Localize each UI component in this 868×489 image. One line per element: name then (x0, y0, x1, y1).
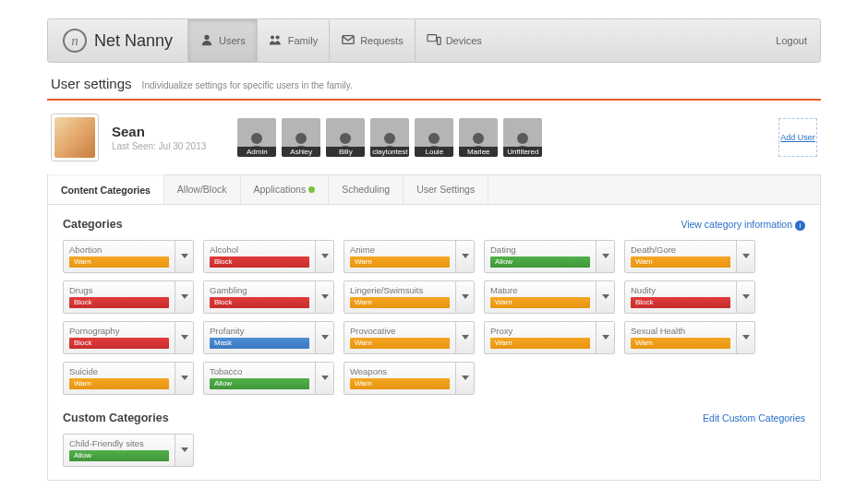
category-dropdown[interactable] (175, 363, 193, 394)
category-card: ProxyWarn (484, 321, 615, 354)
category-dropdown[interactable] (455, 322, 474, 353)
custom-header: Custom Categories Edit Custom Categories (63, 411, 805, 424)
user-thumb[interactable]: Marlee (459, 118, 498, 157)
category-card: TobaccoAllow (203, 362, 334, 395)
category-status: Block (631, 297, 730, 308)
category-dropdown[interactable] (315, 241, 333, 272)
brand-logo: n Net Nanny (48, 19, 187, 62)
user-thumb[interactable]: Louie (415, 118, 453, 157)
user-icon (199, 33, 214, 48)
user-thumb-label: Unfiltered (503, 147, 542, 157)
category-status: Block (69, 338, 169, 349)
tab-allow-block[interactable]: Allow/Block (164, 175, 241, 204)
category-dropdown[interactable] (315, 322, 333, 353)
category-dropdown[interactable] (596, 281, 614, 313)
category-label: Sexual Health (631, 326, 730, 336)
svg-point-2 (275, 36, 279, 40)
user-thumb[interactable]: claytontest (370, 118, 409, 157)
current-user-avatar[interactable] (51, 113, 99, 161)
tab-user-settings[interactable]: User Settings (404, 175, 488, 204)
chevron-down-icon (181, 447, 188, 453)
category-dropdown[interactable] (455, 281, 474, 313)
page-title: User settings (51, 76, 132, 91)
category-status: Warn (350, 256, 450, 268)
svg-rect-3 (343, 36, 354, 44)
chevron-down-icon (742, 335, 750, 340)
nav-devices[interactable]: Devices (415, 19, 493, 62)
category-card: Lingerie/SwimsuitsWarn (344, 280, 475, 314)
nav-requests[interactable]: Requests (329, 19, 414, 62)
profile-row: Sean Last Seen: Jul 30 2013 AdminAshleyB… (47, 101, 821, 174)
category-card: ProvocativeWarn (344, 321, 475, 354)
chevron-down-icon (321, 254, 329, 259)
category-label: Abortion (69, 244, 169, 255)
category-card: ProfanityMask (203, 321, 334, 354)
category-label: Drugs (69, 285, 169, 295)
chevron-down-icon (321, 294, 329, 300)
chevron-down-icon (462, 376, 469, 381)
user-strip: AdminAshleyBillyclaytontestLouieMarleeUn… (237, 118, 542, 157)
logo-icon: n (63, 29, 87, 53)
svg-point-7 (295, 133, 307, 144)
category-dropdown[interactable] (175, 281, 193, 313)
category-label: Tobacco (210, 366, 309, 376)
category-dropdown[interactable] (175, 322, 193, 353)
category-status: Warn (350, 338, 450, 349)
page-subtitle: Individualize settings for specific user… (142, 80, 353, 90)
nav-family[interactable]: Family (257, 19, 329, 62)
main-nav: UsersFamilyRequestsDevices (187, 19, 493, 62)
category-dropdown[interactable] (455, 241, 474, 272)
edit-custom-link[interactable]: Edit Custom Categories (703, 412, 805, 423)
tab-content-categories[interactable]: Content Categories (48, 174, 164, 204)
category-status: Warn (69, 378, 169, 389)
category-status: Warn (69, 256, 169, 268)
category-dropdown[interactable] (175, 241, 193, 272)
svg-point-12 (517, 133, 528, 144)
nav-users[interactable]: Users (187, 19, 257, 62)
category-label: Alcohol (210, 244, 309, 255)
category-status: Allow (490, 256, 590, 268)
user-thumb[interactable]: Ashley (282, 118, 320, 157)
category-info-link[interactable]: View category informationi (681, 219, 805, 231)
user-thumb-label: Marlee (459, 147, 498, 157)
chevron-down-icon (602, 294, 609, 300)
category-card: PornographyBlock (63, 321, 194, 354)
add-user-button[interactable]: Add User (778, 118, 817, 157)
logout-link[interactable]: Logout (763, 19, 820, 62)
svg-rect-4 (428, 35, 437, 42)
category-card: AnimeWarn (344, 240, 475, 273)
category-label: Suicide (69, 366, 169, 376)
category-status: Block (210, 256, 309, 268)
category-label: Profanity (210, 326, 309, 336)
chevron-down-icon (181, 254, 188, 259)
tab-applications[interactable]: Applications (241, 175, 330, 204)
user-thumb[interactable]: Billy (326, 118, 365, 157)
category-dropdown[interactable] (736, 281, 754, 313)
chevron-down-icon (742, 294, 750, 300)
category-dropdown[interactable] (596, 241, 614, 272)
category-dropdown[interactable] (596, 322, 614, 353)
category-dropdown[interactable] (736, 241, 754, 272)
category-status: Block (210, 297, 309, 308)
tab-bar: Content CategoriesAllow/BlockApplication… (47, 174, 821, 204)
chevron-down-icon (602, 335, 609, 340)
category-card: AbortionWarn (63, 240, 194, 273)
user-thumb-label: Billy (326, 147, 365, 157)
categories-header: Categories View category informationi (63, 218, 805, 231)
category-status: Allow (210, 378, 309, 389)
category-dropdown[interactable] (315, 363, 333, 394)
indicator-dot-icon (308, 186, 315, 193)
tab-scheduling[interactable]: Scheduling (329, 175, 404, 204)
custom-title: Custom Categories (63, 411, 169, 424)
user-thumb[interactable]: Admin (237, 118, 276, 157)
content-panel: Categories View category informationi Ab… (47, 204, 821, 481)
user-thumb-label: Louie (415, 147, 453, 157)
category-card: DatingAllow (484, 240, 615, 273)
category-label: Anime (350, 244, 450, 255)
category-dropdown[interactable] (455, 363, 474, 394)
category-label: Child-Friendly sites (69, 438, 169, 448)
category-dropdown[interactable] (175, 435, 193, 466)
category-dropdown[interactable] (736, 322, 754, 353)
user-thumb[interactable]: Unfiltered (503, 118, 542, 157)
category-dropdown[interactable] (315, 281, 333, 313)
